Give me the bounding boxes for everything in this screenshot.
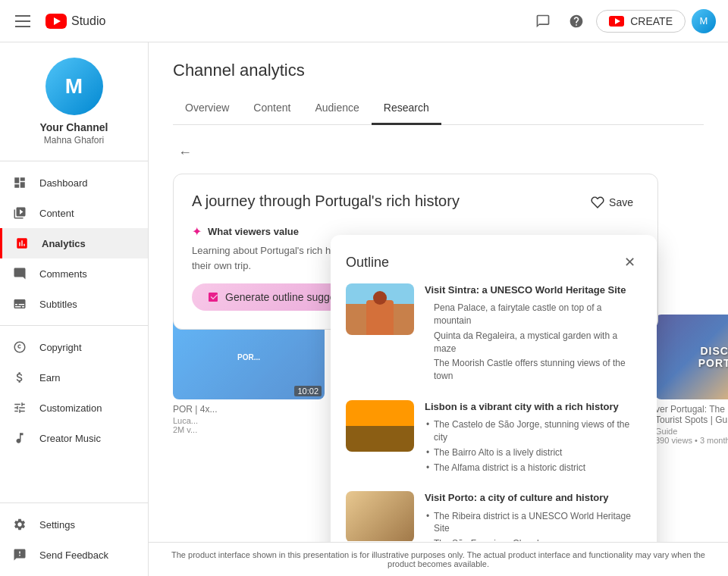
hamburger-icon[interactable] [12, 12, 33, 30]
main-content: Channel analytics Overview Content Audie… [149, 42, 728, 576]
sintra-title: Visit Sintra: a UNESCO World Heritage Si… [425, 283, 642, 297]
earn-label: Earn [39, 372, 60, 383]
page-header: Channel analytics Overview Content Audie… [149, 42, 728, 125]
save-label: Save [609, 196, 633, 208]
viewers-value-label: What viewers value [208, 226, 299, 237]
yt-logo-icon [46, 14, 67, 29]
content-icon [12, 205, 27, 221]
sparkle-icon: ✦ [192, 224, 202, 239]
channel-handle: Mahna Ghafori [44, 135, 104, 146]
create-button[interactable]: CREATE [596, 10, 686, 33]
creator-music-icon [12, 430, 27, 446]
dashboard-label: Dashboard [39, 177, 88, 189]
analytics-label: Analytics [42, 238, 86, 249]
porto-title: Visit Porto: a city of culture and histo… [425, 491, 642, 505]
nav-items: Dashboard Content Analytics Comments [0, 161, 148, 502]
subtitles-icon [12, 296, 27, 311]
porto-content: Visit Porto: a city of culture and histo… [425, 491, 642, 541]
channel-avatar[interactable]: M [46, 58, 103, 115]
card-title: A journey through Portugal's rich histor… [192, 193, 576, 210]
tab-audience[interactable]: Audience [303, 92, 371, 125]
porto-bullet-1: • The Ribeira district is a UNESCO World… [425, 510, 642, 536]
sintra-content: Visit Sintra: a UNESCO World Heritage Si… [425, 283, 642, 385]
channel-name: Your Channel [40, 121, 108, 133]
sintra-thumbnail [346, 283, 414, 335]
outline-title: Outline [346, 255, 389, 271]
lisbon-thumbnail [346, 400, 414, 452]
sidebar-item-comments[interactable]: Comments [0, 258, 148, 289]
header: Studio CREATE M [0, 0, 728, 42]
settings-icon [12, 517, 27, 532]
tab-content[interactable]: Content [241, 92, 303, 125]
outline-items: Visit Sintra: a UNESCO World Heritage Si… [331, 283, 657, 541]
outline-item-1: Visit Sintra: a UNESCO World Heritage Si… [346, 283, 642, 385]
close-button[interactable]: ✕ [617, 250, 642, 274]
settings-label: Settings [39, 519, 75, 531]
help-icon[interactable] [563, 8, 590, 35]
disclaimer: The product interface shown in this pres… [149, 542, 728, 576]
content-label: Content [39, 208, 74, 219]
create-label: CREATE [630, 15, 673, 27]
sidebar-item-customization[interactable]: Customization [0, 393, 148, 423]
creator-music-label: Creator Music [39, 433, 101, 444]
sidebar: M Your Channel Mahna Ghafori Dashboard C… [0, 42, 149, 576]
feedback-icon [12, 547, 27, 562]
content-area: ← A journey through Portugal's rich hist… [149, 125, 728, 345]
lisbon-bullet-3: • The Alfama district is a historic dist… [425, 462, 642, 474]
outline-modal-header: Outline ✕ [331, 235, 657, 283]
sidebar-item-feedback[interactable]: Send Feedback [0, 540, 148, 570]
porto-bullet-2: • The São Francisco Church [425, 537, 642, 541]
lisbon-bullet-2: • The Bairro Alto is a lively district [425, 446, 642, 459]
outline-item-2: Lisbon is a vibrant city with a rich his… [346, 400, 642, 476]
sidebar-footer: Settings Send Feedback [0, 502, 148, 576]
message-icon[interactable] [529, 8, 557, 35]
sidebar-item-creator-music[interactable]: Creator Music [0, 423, 148, 453]
customization-label: Customization [39, 402, 102, 414]
avatar[interactable]: M [692, 9, 716, 33]
lisbon-content: Lisbon is a vibrant city with a rich his… [425, 400, 642, 476]
copyright-icon [12, 340, 27, 355]
back-button[interactable]: ← [173, 140, 197, 164]
video-card-2[interactable]: DISCOVER PORTUGAL 10:02 ver Portugal: Th… [655, 315, 728, 445]
subtitles-label: Subtitles [39, 299, 77, 310]
page-title: Channel analytics [173, 61, 704, 80]
yt-studio-logo[interactable]: Studio [46, 14, 105, 29]
sidebar-item-subtitles[interactable]: Subtitles [0, 289, 148, 319]
sintra-bullet-1: Pena Palace, a fairytale castle on top o… [425, 302, 642, 327]
video-card-1[interactable]: POR... 10:02 POR | 4x... Luca... 2M v... [173, 315, 325, 445]
lisbon-bullet-1: • The Castelo de São Jorge, stunning vie… [425, 418, 642, 444]
sidebar-item-copyright[interactable]: Copyright [0, 332, 148, 362]
sidebar-item-settings[interactable]: Settings [0, 509, 148, 540]
dashboard-icon [12, 175, 27, 190]
outline-modal: Outline ✕ Visit Sintra: a UNESCO World H… [331, 235, 657, 576]
sidebar-item-content[interactable]: Content [0, 198, 148, 228]
comments-icon [12, 266, 27, 281]
lisbon-title: Lisbon is a vibrant city with a rich his… [425, 400, 642, 414]
tab-overview[interactable]: Overview [173, 92, 241, 125]
outline-item-3: Visit Porto: a city of culture and histo… [346, 491, 642, 541]
sidebar-item-earn[interactable]: Earn [0, 362, 148, 393]
analytics-icon [14, 236, 30, 251]
earn-icon [12, 370, 27, 385]
sintra-bullet-3: The Moorish Castle offers stunning views… [425, 357, 642, 383]
channel-info: M Your Channel Mahna Ghafori [0, 42, 148, 161]
sidebar-item-analytics[interactable]: Analytics [0, 228, 148, 258]
tabs-bar: Overview Content Audience Research [173, 92, 704, 125]
customization-icon [12, 400, 27, 415]
save-button[interactable]: Save [585, 193, 639, 212]
feedback-label: Send Feedback [39, 549, 108, 561]
sintra-bullet-2: Quinta da Regaleira, a mystical garden w… [425, 330, 642, 355]
comments-label: Comments [39, 268, 87, 280]
sidebar-item-dashboard[interactable]: Dashboard [0, 167, 148, 198]
tab-research[interactable]: Research [372, 92, 441, 125]
porto-thumbnail [346, 491, 414, 541]
studio-text: Studio [71, 14, 105, 28]
copyright-label: Copyright [39, 342, 82, 353]
